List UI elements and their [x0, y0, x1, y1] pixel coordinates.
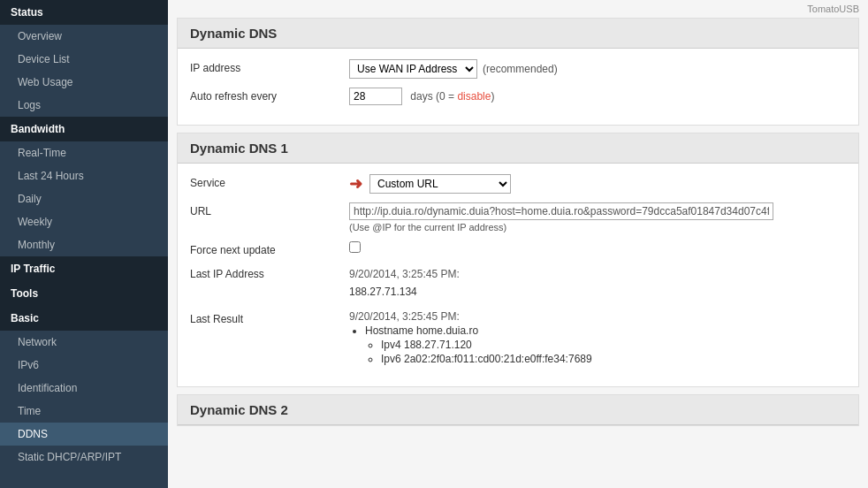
dynamic-dns2-title: Dynamic DNS 2 — [178, 395, 858, 425]
sidebar: Status Overview Device List Web Usage Lo… — [0, 0, 168, 488]
sidebar-item-logs[interactable]: Logs — [0, 94, 168, 117]
service-value: ➜ Custom URL — [349, 174, 846, 194]
sidebar-item-ipv6[interactable]: IPv6 — [0, 354, 168, 377]
sidebar-section-bandwidth: Bandwidth — [0, 117, 168, 141]
dynamic-dns1-section: Dynamic DNS 1 Service ➜ Custom URL — [177, 133, 859, 387]
sidebar-item-weekly[interactable]: Weekly — [0, 210, 168, 233]
force-update-value — [349, 241, 846, 255]
service-row: Service ➜ Custom URL — [190, 174, 846, 194]
main-content: TomatoUSB Dynamic DNS IP address Use WAN… — [168, 0, 868, 488]
last-result-block: 9/20/2014, 3:25:45 PM: Hostname home.dui… — [349, 310, 846, 367]
service-select[interactable]: Custom URL — [369, 174, 511, 194]
force-update-row: Force next update — [190, 241, 846, 256]
auto-refresh-note: days (0 = disable) — [410, 90, 494, 103]
last-result-label: Last Result — [190, 310, 349, 325]
arrow-icon: ➜ — [349, 174, 362, 194]
last-result-ipv6: Ipv6 2a02:2f0a:f011:cd00:21d:e0ff:fe34:7… — [381, 353, 846, 365]
sidebar-section-status: Status — [0, 0, 168, 25]
last-ip-value: 188.27.71.134 — [349, 283, 846, 301]
url-label: URL — [190, 202, 349, 217]
brand-label: TomatoUSB — [807, 4, 859, 14]
dynamic-dns1-body: Service ➜ Custom URL URL — [178, 164, 858, 386]
last-result-ipv4: Ipv4 188.27.71.120 — [381, 339, 846, 351]
dynamic-dns1-title: Dynamic DNS 1 — [178, 133, 858, 164]
dynamic-dns2-section: Dynamic DNS 2 — [177, 394, 859, 426]
last-ip-block: 9/20/2014, 3:25:45 PM: 188.27.71.134 — [349, 265, 846, 301]
sidebar-section-tools: Tools — [0, 281, 168, 306]
force-update-label: Force next update — [190, 241, 349, 256]
ip-address-label: IP address — [190, 59, 349, 74]
auto-refresh-row: Auto refresh every days (0 = disable) — [190, 88, 846, 105]
ip-address-recommended: (recommended) — [483, 63, 558, 75]
sidebar-section-basic: Basic — [0, 306, 168, 331]
url-note: (Use @IP for the current IP address) — [349, 222, 846, 233]
last-result-hostname: Hostname home.duia.ro — [365, 324, 846, 337]
last-result-list: Hostname home.duia.ro Ipv4 188.27.71.120… — [365, 324, 846, 365]
last-ip-timestamp: 9/20/2014, 3:25:45 PM: — [349, 265, 846, 283]
ip-address-row: IP address Use WAN IP Address (recommend… — [190, 59, 846, 79]
last-result-row: Last Result 9/20/2014, 3:25:45 PM: Hostn… — [190, 310, 846, 367]
dynamic-dns-section: Dynamic DNS IP address Use WAN IP Addres… — [177, 18, 859, 126]
auto-refresh-input[interactable] — [349, 88, 402, 105]
auto-refresh-value: days (0 = disable) — [349, 88, 846, 105]
url-row: URL (Use @IP for the current IP address) — [190, 202, 846, 233]
url-value: (Use @IP for the current IP address) — [349, 202, 846, 233]
sidebar-item-static-dhcp[interactable]: Static DHCP/ARP/IPT — [0, 446, 168, 469]
auto-refresh-label: Auto refresh every — [190, 88, 349, 103]
last-ip-label: Last IP Address — [190, 265, 349, 280]
dynamic-dns-title: Dynamic DNS — [178, 19, 858, 49]
sidebar-section-iptraffic: IP Traffic — [0, 256, 168, 281]
sidebar-item-realtime[interactable]: Real-Time — [0, 141, 168, 164]
brand-bar: TomatoUSB — [168, 0, 868, 18]
sidebar-item-ddns[interactable]: DDNS — [0, 423, 168, 446]
dynamic-dns-body: IP address Use WAN IP Address (recommend… — [178, 49, 858, 125]
last-result-timestamp: 9/20/2014, 3:25:45 PM: — [349, 310, 846, 323]
force-update-checkbox[interactable] — [349, 241, 361, 253]
ip-address-value: Use WAN IP Address (recommended) — [349, 59, 846, 79]
sidebar-item-identification[interactable]: Identification — [0, 377, 168, 400]
last-result-sublist: Ipv4 188.27.71.120 Ipv6 2a02:2f0a:f011:c… — [381, 339, 846, 365]
service-label: Service — [190, 174, 349, 189]
url-input[interactable] — [349, 202, 773, 220]
ip-address-select[interactable]: Use WAN IP Address — [349, 59, 477, 79]
disable-text: disable — [457, 90, 491, 103]
sidebar-item-overview[interactable]: Overview — [0, 25, 168, 48]
last-ip-row: Last IP Address 9/20/2014, 3:25:45 PM: 1… — [190, 265, 846, 301]
sidebar-item-monthly[interactable]: Monthly — [0, 233, 168, 256]
sidebar-item-network[interactable]: Network — [0, 331, 168, 354]
sidebar-item-time[interactable]: Time — [0, 400, 168, 423]
sidebar-item-device-list[interactable]: Device List — [0, 48, 168, 71]
sidebar-item-last24[interactable]: Last 24 Hours — [0, 164, 168, 187]
sidebar-item-web-usage[interactable]: Web Usage — [0, 71, 168, 94]
sidebar-item-daily[interactable]: Daily — [0, 187, 168, 210]
